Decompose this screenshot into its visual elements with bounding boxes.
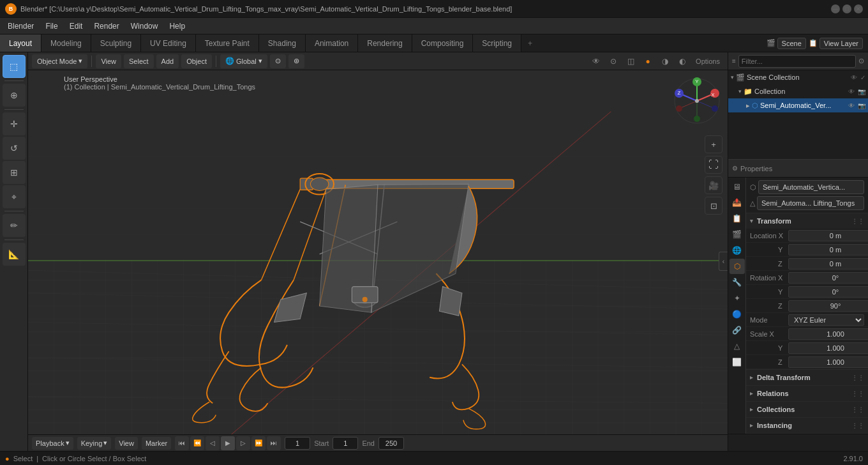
menu-edit[interactable]: Edit	[64, 20, 88, 32]
marker-menu-button[interactable]: Marker	[142, 437, 171, 450]
xray-button[interactable]: ◫	[623, 54, 638, 68]
menu-window[interactable]: Window	[126, 20, 163, 32]
play-pause-button[interactable]: ▶	[221, 436, 235, 450]
object-name-input[interactable]	[758, 180, 864, 194]
jump-end-button[interactable]: ⏭	[267, 436, 281, 450]
tab-compositing[interactable]: Compositing	[412, 34, 474, 52]
prev-frame-button[interactable]: ◁	[206, 436, 220, 450]
render-props-icon[interactable]: 🖥	[730, 179, 745, 194]
mesh-name-input[interactable]	[757, 196, 864, 210]
view-menu-button-timeline[interactable]: View	[115, 437, 138, 450]
tab-rendering[interactable]: Rendering	[358, 34, 412, 52]
select-box-tool[interactable]: ⬚	[3, 55, 26, 78]
world-props-icon[interactable]: 🌐	[730, 243, 745, 258]
object-item[interactable]: ▸ ⬡ Semi_Automatic_Ver... 👁 📷	[728, 98, 868, 112]
minimize-button[interactable]: —	[831, 4, 840, 13]
rotate-tool[interactable]: ↺	[3, 137, 26, 160]
menu-render[interactable]: Render	[89, 20, 124, 32]
scale-y-input[interactable]	[788, 342, 868, 354]
close-button[interactable]: ✕	[854, 4, 863, 13]
object-mode-button[interactable]: Object Mode ▾	[32, 54, 87, 68]
rotation-z-input[interactable]	[788, 300, 868, 312]
collection-item[interactable]: ▾ 📁 Collection 👁 📷	[728, 84, 868, 98]
render-preview-button[interactable]: 👁	[588, 54, 604, 68]
rotation-x-input[interactable]	[788, 272, 868, 284]
move-tool[interactable]: ✛	[3, 112, 26, 135]
tab-shading[interactable]: Shading	[259, 34, 306, 52]
menu-help[interactable]: Help	[164, 20, 190, 32]
select-menu-button[interactable]: Select	[124, 54, 154, 68]
data-icon[interactable]: △	[730, 339, 745, 354]
material-icon[interactable]: ⬜	[730, 354, 745, 370]
view-layer-selector[interactable]: View Layer	[819, 38, 863, 49]
instancing-header[interactable]: ▸ Instancing ⋮⋮	[746, 418, 868, 433]
constraints-icon[interactable]: 🔗	[730, 323, 745, 338]
tab-layout[interactable]: Layout	[0, 34, 41, 52]
physics-icon[interactable]: 🔵	[730, 307, 745, 322]
tab-uv-editing[interactable]: UV Editing	[141, 34, 196, 52]
prev-keyframe-button[interactable]: ⏪	[190, 436, 204, 450]
add-workspace-button[interactable]: +	[521, 34, 539, 52]
location-z-input[interactable]	[788, 258, 868, 270]
scene-props-icon[interactable]: 🎬	[730, 227, 745, 242]
outliner-filter-button[interactable]: ⊙	[858, 57, 864, 65]
location-x-input[interactable]	[788, 230, 868, 241]
ortho-lock-button[interactable]: ⊡	[705, 197, 722, 215]
scale-x-input[interactable]	[788, 328, 868, 340]
current-frame-input[interactable]	[285, 437, 310, 450]
scene-collection-visibility[interactable]: 👁	[851, 74, 857, 81]
collapse-panel-button[interactable]: ‹	[719, 252, 728, 271]
transform-space-button[interactable]: 🌐 Global ▾	[220, 54, 267, 68]
jump-start-button[interactable]: ⏮	[175, 436, 189, 450]
scene-collection-item[interactable]: ▾ 🎬 Scene Collection 👁 ✓	[728, 70, 868, 84]
tab-animation[interactable]: Animation	[306, 34, 358, 52]
keying-menu-button[interactable]: Keying ▾	[77, 437, 112, 450]
view-menu-button[interactable]: View	[96, 54, 121, 68]
zoom-out-button[interactable]: ⛶	[705, 156, 722, 174]
tab-texture-paint[interactable]: Texture Paint	[196, 34, 259, 52]
navigation-gizmo[interactable]: X Y Z	[671, 75, 722, 126]
delta-transform-header[interactable]: ▸ Delta Transform ⋮⋮	[746, 370, 868, 385]
maximize-button[interactable]: □	[842, 4, 851, 13]
scale-tool[interactable]: ⊞	[3, 161, 26, 184]
collections-options[interactable]: ⋮⋮	[851, 406, 864, 413]
object-visibility[interactable]: 👁	[848, 102, 855, 109]
snap-button[interactable]: ⊙	[270, 54, 286, 68]
proportional-edit-button[interactable]: ⊛	[288, 54, 304, 68]
collection-visibility[interactable]: 👁	[848, 88, 855, 95]
transform-tool[interactable]: ⌖	[3, 185, 26, 208]
instancing-options[interactable]: ⋮⋮	[851, 422, 864, 429]
viewport-options-button[interactable]: Options	[692, 54, 724, 68]
cursor-tool[interactable]: ⊕	[3, 84, 26, 107]
menu-file[interactable]: File	[40, 20, 63, 32]
rotation-y-input[interactable]	[788, 286, 868, 298]
object-render[interactable]: 📷	[858, 102, 865, 109]
scene-collection-checkbox[interactable]: ✓	[860, 74, 865, 81]
material-preview-button[interactable]: ◑	[657, 54, 673, 68]
object-props-icon[interactable]: ⬡	[730, 259, 745, 274]
scene-selector[interactable]: Scene	[777, 38, 806, 49]
add-menu-button[interactable]: Add	[156, 54, 179, 68]
next-keyframe-button[interactable]: ⏩	[251, 436, 266, 450]
transform-options[interactable]: ⋮⋮	[851, 218, 864, 225]
camera-view-button[interactable]: 🎥	[705, 176, 722, 194]
start-frame-input[interactable]	[333, 437, 358, 450]
tab-scripting[interactable]: Scripting	[473, 34, 521, 52]
view-layer-props-icon[interactable]: 📋	[730, 211, 745, 226]
output-props-icon[interactable]: 📤	[730, 195, 745, 210]
scale-z-input[interactable]	[788, 356, 868, 368]
relations-options[interactable]: ⋮⋮	[851, 390, 864, 397]
menu-blender[interactable]: Blender	[3, 20, 39, 32]
delta-options[interactable]: ⋮⋮	[851, 374, 864, 381]
outliner-search-input[interactable]	[738, 55, 856, 68]
rendered-button[interactable]: ◐	[675, 54, 690, 68]
collections-header[interactable]: ▸ Collections ⋮⋮	[746, 402, 868, 417]
annotate-tool[interactable]: ✏	[3, 214, 26, 237]
overlay-button[interactable]: ⊙	[606, 54, 621, 68]
viewport-3d[interactable]: Object Mode ▾ View Select Add Object 🌐 G…	[28, 52, 728, 451]
relations-header[interactable]: ▸ Relations ⋮⋮	[746, 386, 868, 401]
transform-section-header[interactable]: ▾ Transform ⋮⋮	[746, 213, 868, 229]
tab-modeling[interactable]: Modeling	[41, 34, 91, 52]
next-frame-button[interactable]: ▷	[236, 436, 250, 450]
solid-shading-button[interactable]: ●	[640, 54, 655, 68]
